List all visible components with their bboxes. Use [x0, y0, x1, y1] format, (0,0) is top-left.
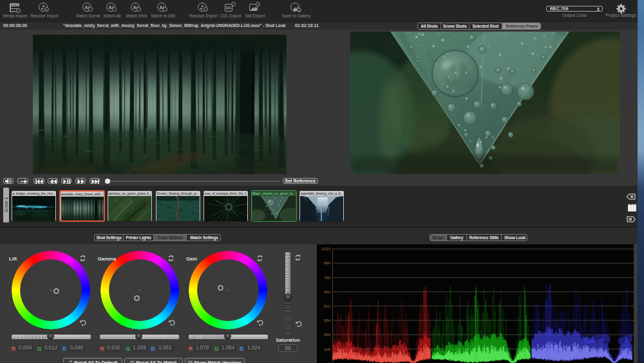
svg-text:512: 512 [324, 304, 331, 308]
svg-text:256: 256 [324, 332, 331, 337]
svg-text:768: 768 [324, 275, 331, 280]
svg-text:128: 128 [324, 347, 331, 351]
svg-text:384: 384 [324, 318, 331, 322]
svg-text:1023: 1023 [321, 246, 330, 251]
svg-text:640: 640 [324, 289, 331, 294]
svg-text:896: 896 [324, 260, 331, 265]
